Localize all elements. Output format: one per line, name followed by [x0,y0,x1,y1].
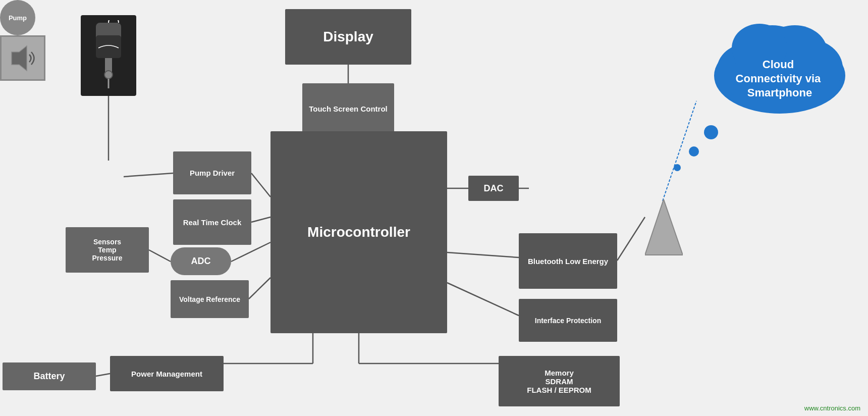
svg-line-12 [447,283,519,316]
vref-box: Voltage Reference [171,280,249,318]
dac-box: DAC [468,176,519,201]
svg-line-2 [251,173,270,197]
pump-label: Pump [0,0,35,35]
memory-box: Memory SDRAM FLASH / EEPROM [499,356,620,406]
mcu-box: Microcontroller [270,131,447,333]
svg-point-23 [104,71,113,79]
antenna-icon [645,199,683,262]
cloud-dot-2 [689,146,699,157]
svg-line-5 [149,250,171,262]
cloud-shape: Cloud Connectivity via Smartphone [707,15,853,116]
cloud-dot-1 [704,125,718,139]
diagram: Pump Display Touch Screen Control Microc… [0,0,868,416]
speaker-icon [0,35,45,81]
svg-line-4 [231,242,270,262]
ble-box: Bluetooth Low Energy [519,233,617,289]
interface-protection-box: Interface Protection [519,299,617,342]
svg-line-19 [617,217,645,261]
touch-screen-box: Touch Screen Control [302,83,394,134]
adc-box: ADC [171,247,231,275]
svg-line-6 [249,278,270,299]
sensors-box: Sensors Temp Pressure [66,227,149,273]
power-management-box: Power Management [110,356,224,391]
rtc-box: Real Time Clock [173,199,251,245]
display-box: Display [285,9,411,65]
svg-line-18 [96,374,110,376]
svg-rect-25 [96,35,121,58]
iv-bag-image [81,15,136,96]
watermark: www.cntronics.com [804,404,860,412]
svg-marker-27 [645,199,683,255]
battery-box: Battery [3,362,96,390]
svg-line-1 [124,173,173,177]
svg-marker-26 [12,46,27,71]
svg-line-11 [447,252,519,257]
pump-driver-box: Pump Driver [173,151,251,194]
svg-line-3 [251,217,270,222]
cloud-dot-3 [674,164,681,171]
